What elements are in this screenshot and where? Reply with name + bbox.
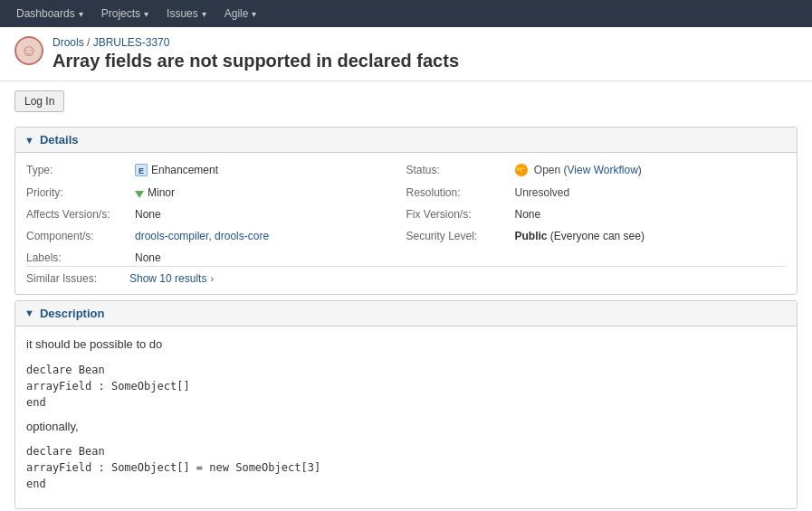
type-label: Type:	[26, 162, 135, 179]
description-section-body: it should be possible to do declare Bean…	[15, 326, 797, 509]
component2-link[interactable]: drools-core	[215, 230, 269, 242]
details-toggle-icon: ▼	[24, 135, 34, 146]
affects-label: Affects Version/s:	[26, 206, 135, 222]
code2-line2: arrayField : SomeObject[] = new SomeObje…	[26, 459, 786, 476]
similar-issues-chevron: ›	[210, 273, 214, 284]
status-icon: 🤜	[515, 164, 528, 176]
description-section: ▼ Description it should be possible to d…	[14, 300, 798, 510]
code2-line3: end	[26, 476, 786, 492]
security-label: Security Level:	[406, 228, 515, 244]
type-value: EEnhancement	[135, 162, 406, 179]
details-section-header[interactable]: ▼ Details	[15, 128, 797, 153]
login-button[interactable]: Log In	[14, 90, 64, 112]
similar-issues-link[interactable]: Show 10 results	[129, 272, 206, 285]
priority-icon	[135, 191, 144, 198]
fixversion-label: Fix Version/s:	[406, 206, 515, 222]
labels-label: Labels:	[26, 250, 135, 266]
projects-arrow: ▾	[144, 9, 148, 19]
code1-line1: declare Bean	[26, 362, 786, 378]
details-section: ▼ Details Type: EEnhancement Priority: M…	[14, 127, 798, 295]
code-block-2: declare Bean arrayField : SomeObject[] =…	[26, 443, 786, 492]
code1-line3: end	[26, 394, 786, 411]
description-toggle-icon: ▼	[24, 308, 34, 318]
jira-logo: ☺	[14, 36, 43, 65]
breadcrumb-id-link[interactable]: JBRULES-3370	[93, 36, 170, 49]
issue-header: ☺ Drools / JBRULES-3370 Array fields are…	[0, 27, 812, 81]
security-value: Public (Everyone can see)	[515, 228, 787, 244]
desc-text1: it should be possible to do	[26, 336, 786, 355]
similar-issues-row: Similar Issues: Show 10 results ›	[26, 266, 786, 285]
description-body: it should be possible to do declare Bean…	[26, 336, 786, 493]
nav-agile[interactable]: Agile ▾	[215, 0, 266, 27]
agile-arrow: ▾	[252, 9, 256, 19]
affects-value: None	[135, 206, 406, 222]
description-section-header[interactable]: ▼ Description	[15, 301, 797, 326]
status-label: Status:	[406, 162, 515, 179]
priority-label: Priority:	[26, 185, 135, 201]
details-left: Type: EEnhancement Priority: Minor Affec…	[26, 162, 406, 266]
resolution-value: Unresolved	[515, 185, 787, 201]
priority-value: Minor	[135, 185, 406, 201]
nav-issues[interactable]: Issues ▾	[158, 0, 215, 27]
fixversion-value: None	[515, 206, 787, 222]
resolution-label: Resolution:	[406, 185, 515, 201]
security-bold: Public	[515, 230, 548, 242]
details-right: Status: 🤜 Open (View Workflow) Resolutio…	[406, 162, 787, 266]
components-value: drools-compiler, drools-core	[135, 228, 406, 244]
code-block-1: declare Bean arrayField : SomeObject[] e…	[26, 362, 786, 411]
issues-arrow: ▾	[202, 9, 206, 19]
dashboards-arrow: ▾	[79, 9, 83, 19]
labels-value: None	[135, 250, 406, 266]
breadcrumb-project-link[interactable]: Drools	[53, 36, 84, 49]
page-title: Array fields are not supported in declar…	[53, 51, 459, 71]
status-value: 🤜 Open (View Workflow)	[515, 162, 787, 179]
nav-dashboards[interactable]: Dashboards ▾	[7, 0, 92, 27]
nav-projects[interactable]: Projects ▾	[92, 0, 158, 27]
code2-line1: declare Bean	[26, 443, 786, 459]
breadcrumb: Drools / JBRULES-3370	[53, 36, 459, 49]
code1-line2: arrayField : SomeObject[]	[26, 378, 786, 394]
components-label: Component/s:	[26, 228, 135, 244]
details-section-label: Details	[40, 133, 79, 147]
details-grid: Type: EEnhancement Priority: Minor Affec…	[26, 162, 786, 266]
issue-title-block: Drools / JBRULES-3370 Array fields are n…	[53, 36, 459, 71]
component1-link[interactable]: drools-compiler	[135, 230, 208, 242]
enhancement-icon: E	[135, 164, 148, 176]
desc-text2: optionally,	[26, 418, 786, 437]
login-section: Log In	[0, 81, 812, 121]
description-section-label: Description	[40, 307, 105, 320]
similar-issues-label: Similar Issues:	[26, 272, 126, 285]
view-workflow-link[interactable]: View Workflow	[568, 164, 638, 176]
top-navigation: Dashboards ▾ Projects ▾ Issues ▾ Agile ▾	[0, 0, 812, 27]
details-section-body: Type: EEnhancement Priority: Minor Affec…	[15, 153, 797, 294]
